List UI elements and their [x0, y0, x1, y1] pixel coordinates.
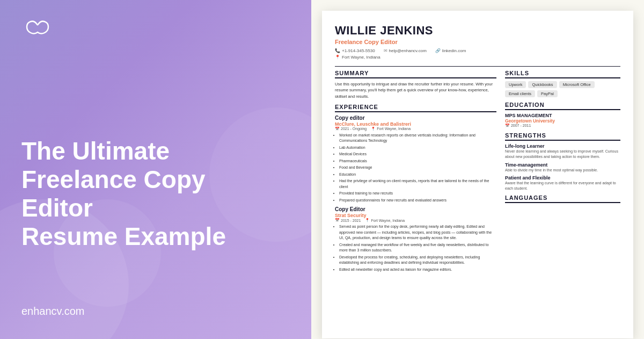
education-entry-1: MPS MANAGEMENT Georgetown University 📅 2…	[505, 113, 620, 128]
title-line2: Freelance Copy	[21, 165, 206, 193]
education-section-title: EDUCATION	[505, 102, 620, 110]
skill-upwork: Upwork	[505, 81, 526, 88]
resume-right-column: SKILLS Upwork Quickbooks Microsoft Offic…	[505, 70, 620, 276]
calendar-icon-edu: 📅	[505, 124, 510, 127]
location-icon: 📍	[335, 55, 340, 60]
job-1-meta: 📅 2021 - Ongoing 📍 Fort Wayne, Indiana	[335, 127, 496, 131]
calendar-icon: 📅	[335, 127, 340, 131]
edu-school: Georgetown University	[505, 118, 620, 124]
skills-tags: Upwork Quickbooks Microsoft Office Email…	[505, 81, 620, 97]
phone-icon: 📞	[335, 48, 340, 53]
resume-contact: 📞 +1-914-345-5530 ✉ help@enhancv.com 🔗 l…	[335, 48, 620, 53]
resume-card: WILLIE JENKINS Freelance Copy Editor 📞 +…	[322, 11, 633, 338]
linkedin-contact: 🔗 linkedin.com	[435, 48, 466, 53]
left-panel: The Ultimate Freelance Copy Editor Resum…	[0, 0, 311, 339]
calendar-icon-job2: 📅	[335, 218, 340, 222]
resume-body: SUMMARY Use this opportunity to intrigue…	[335, 70, 620, 276]
strengths-section-title: STRENGTHS	[505, 132, 620, 141]
phone-contact: 📞 +1-914-345-5530	[335, 48, 375, 53]
job-2-meta: 📅 2015 - 2021 📍 Fort Wayne, Indiana	[335, 218, 496, 222]
resume-name: WILLIE JENKINS	[335, 24, 620, 38]
resume-left-column: SUMMARY Use this opportunity to intrigue…	[335, 70, 496, 276]
resume-header: WILLIE JENKINS Freelance Copy Editor 📞 +…	[335, 24, 620, 60]
strength-2-desc: Able to divide my time in the most optim…	[505, 168, 620, 173]
skill-msoffice: Microsoft Office	[559, 81, 595, 88]
logo	[21, 16, 290, 40]
skill-paypal: PayPal	[537, 90, 558, 97]
decor-circle-2	[54, 199, 161, 307]
languages-section-title: LANGUAGES	[505, 194, 620, 203]
job-1: Copy editor McClure, Leuschke and Balist…	[335, 115, 496, 204]
title-line1: The Ultimate	[21, 137, 170, 165]
location-icon-job2: 📍	[365, 218, 370, 222]
email-icon: ✉	[384, 48, 387, 53]
job-1-company: McClure, Leuschke and Balistreri	[335, 121, 496, 127]
job-2-title: Copy Editor	[335, 206, 496, 212]
job-1-bullets: Worked on market research reports on div…	[335, 133, 496, 204]
strength-1: Life-long Learner Never done learning an…	[505, 143, 620, 160]
skill-quickbooks: Quickbooks	[528, 81, 557, 88]
summary-section-title: SUMMARY	[335, 70, 496, 78]
header-divider	[335, 66, 620, 67]
strength-1-desc: Never done learning and always seeking t…	[505, 149, 620, 160]
strength-3-desc: Aware that the learning curve is differe…	[505, 181, 620, 191]
experience-section-title: EXPERIENCE	[335, 104, 496, 112]
location-contact: 📍 Fort Wayne, Indiana	[335, 55, 620, 60]
summary-text: Use this opportunity to intrigue and dra…	[335, 81, 496, 99]
job-2-company: Strat Security	[335, 213, 496, 218]
strength-3-name: Patient and Flexible	[505, 175, 620, 181]
location-icon-job1: 📍	[371, 127, 376, 131]
strength-1-name: Life-long Learner	[505, 143, 620, 149]
job-2-bullets: Served as point person for the copy desk…	[335, 224, 496, 272]
skills-section-title: SKILLS	[505, 70, 620, 78]
email-contact: ✉ help@enhancv.com	[384, 48, 427, 53]
edu-degree: MPS MANAGEMENT	[505, 113, 620, 118]
strength-2: Time-management Able to divide my time i…	[505, 162, 620, 173]
linkedin-icon: 🔗	[435, 48, 441, 53]
strength-3: Patient and Flexible Aware that the lear…	[505, 175, 620, 191]
job-1-title: Copy editor	[335, 115, 496, 121]
right-panel: WILLIE JENKINS Freelance Copy Editor 📞 +…	[311, 0, 644, 339]
skill-email: Email clients	[505, 90, 535, 97]
edu-year: 📅 2007 - 2011	[505, 124, 620, 128]
job-2: Copy Editor Strat Security 📅 2015 - 2021…	[335, 206, 496, 272]
strength-2-name: Time-management	[505, 162, 620, 168]
resume-job-title: Freelance Copy Editor	[335, 39, 620, 45]
